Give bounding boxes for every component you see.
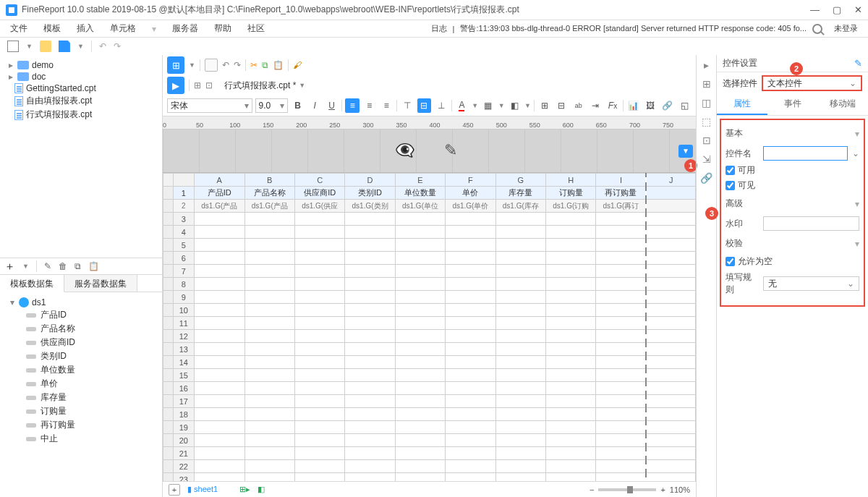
- open-file-tab[interactable]: 行式填报报表.cpt *▼: [217, 77, 312, 94]
- fill-rule-select[interactable]: 无⌄: [763, 276, 859, 291]
- font-family-select[interactable]: 宋体▾: [167, 98, 252, 113]
- abc-icon[interactable]: ab: [571, 98, 586, 113]
- merge-cells-icon[interactable]: ⊞: [537, 98, 552, 113]
- undo-button[interactable]: ↶: [222, 60, 229, 70]
- border-icon[interactable]: ▦: [481, 98, 495, 113]
- menu-help[interactable]: 帮助: [214, 22, 231, 35]
- image-icon[interactable]: 🖼: [643, 98, 658, 113]
- redo-icon[interactable]: ↷: [114, 41, 121, 51]
- paste-icon[interactable]: 📋: [273, 60, 284, 70]
- font-color-icon[interactable]: A: [455, 98, 469, 113]
- filter-tool-icon[interactable]: ⊡: [702, 135, 711, 146]
- menu-file[interactable]: 文件: [10, 22, 27, 35]
- widget-name-input[interactable]: [763, 146, 848, 161]
- dataset-column[interactable]: 产品ID: [6, 308, 156, 322]
- unmerge-cells-icon[interactable]: ⊟: [555, 98, 569, 113]
- zoom-out-button[interactable]: −: [590, 485, 594, 494]
- menu-community[interactable]: 社区: [247, 22, 265, 35]
- view-icon[interactable]: ⊡: [205, 80, 213, 90]
- dataset-column[interactable]: 库存量: [6, 391, 156, 404]
- grid-icon[interactable]: ⊞: [194, 80, 201, 90]
- align-center-icon[interactable]: ≡: [362, 98, 377, 113]
- visible-checkbox[interactable]: [726, 181, 735, 190]
- dataset-column[interactable]: 中止: [6, 432, 156, 446]
- dataset-column[interactable]: 订购量: [6, 404, 156, 418]
- menu-server[interactable]: 服务器: [172, 22, 198, 35]
- dataset-column[interactable]: 单位数量: [6, 363, 156, 377]
- condition-tool-icon[interactable]: ⬚: [702, 116, 711, 127]
- maximize-icon[interactable]: ▢: [833, 4, 841, 15]
- cut-icon[interactable]: ✂: [250, 60, 258, 70]
- open-folder-icon[interactable]: [40, 41, 51, 52]
- edit-pencil-icon[interactable]: ✎: [444, 141, 464, 161]
- dataset-column[interactable]: 供应商ID: [6, 336, 156, 349]
- tab-server-dataset[interactable]: 服务器数据集: [64, 275, 137, 292]
- section-basic[interactable]: 基本▾: [726, 123, 859, 144]
- spreadsheet-grid[interactable]: ABCDEFGHIJ1产品ID产品名称供应商ID类别ID单位数量单价库存量订购量…: [163, 173, 696, 481]
- log-label[interactable]: 日志: [431, 23, 447, 34]
- delete-icon[interactable]: 🗑: [59, 261, 67, 271]
- visibility-icon[interactable]: 👁‍🗨: [395, 141, 415, 161]
- undo-icon[interactable]: ↶: [99, 41, 106, 51]
- indent-icon[interactable]: ⇥: [589, 98, 603, 113]
- format-painter-icon[interactable]: 🖌: [293, 60, 302, 70]
- hyperlink-icon[interactable]: 🔗: [660, 98, 675, 113]
- float-icon[interactable]: ◱: [677, 98, 692, 113]
- minimize-icon[interactable]: —: [810, 4, 820, 15]
- redo-button[interactable]: ↷: [234, 60, 241, 70]
- valign-middle-icon[interactable]: ⊟: [417, 98, 432, 113]
- section-advanced[interactable]: 高级▾: [726, 193, 859, 214]
- dataset-column[interactable]: 类别ID: [6, 349, 156, 363]
- section-validation[interactable]: 校验▾: [726, 233, 859, 254]
- tree-file[interactable]: GettingStarted.cpt: [3, 82, 159, 94]
- copy-icon[interactable]: ⧉: [75, 261, 81, 271]
- add-dataset-icon[interactable]: ＋: [4, 260, 15, 273]
- zoom-in-button[interactable]: +: [660, 485, 665, 494]
- valign-top-icon[interactable]: ⊤: [400, 98, 414, 113]
- widget-type-select[interactable]: 文本控件⌄: [762, 75, 862, 91]
- tree-file[interactable]: 自由填报报表.cpt: [3, 94, 159, 108]
- dataset-node[interactable]: ▾ds1: [6, 297, 156, 308]
- valign-bottom-icon[interactable]: ⊥: [434, 98, 448, 113]
- align-right-icon[interactable]: ≡: [379, 98, 393, 113]
- close-icon[interactable]: ✕: [854, 4, 862, 15]
- collapse-arrow-icon[interactable]: ▸: [704, 59, 709, 71]
- bold-icon[interactable]: B: [291, 98, 305, 113]
- save-button[interactable]: [205, 59, 218, 72]
- expand-tool-icon[interactable]: ⇲: [702, 153, 711, 165]
- tab-template-dataset[interactable]: 模板数据集: [0, 275, 64, 292]
- dataset-column[interactable]: 再订购量: [6, 418, 156, 432]
- paste-icon[interactable]: 📋: [88, 261, 99, 271]
- tree-folder[interactable]: ▸doc: [3, 71, 159, 82]
- tree-folder[interactable]: ▸demo: [3, 59, 159, 71]
- watermark-input[interactable]: [763, 216, 859, 231]
- menu-cell[interactable]: 单元格: [110, 22, 136, 35]
- align-left-icon[interactable]: ≡: [345, 98, 359, 113]
- new-file-icon[interactable]: [7, 41, 19, 52]
- copy-icon[interactable]: ⧉: [262, 60, 268, 70]
- edit-icon[interactable]: ✎: [44, 261, 51, 271]
- widget-tool-icon[interactable]: ◫: [702, 97, 711, 109]
- add-sheet-button[interactable]: +: [169, 484, 180, 496]
- link-tool-icon[interactable]: 🔗: [700, 172, 712, 184]
- tab-mobile[interactable]: 移动端: [817, 94, 868, 115]
- save-icon[interactable]: [59, 41, 70, 52]
- dataset-column[interactable]: 产品名称: [6, 322, 156, 336]
- italic-icon[interactable]: I: [307, 98, 322, 113]
- tree-file[interactable]: 行式填报报表.cpt: [3, 108, 159, 122]
- fill-color-icon[interactable]: ◧: [508, 98, 522, 113]
- chart-icon[interactable]: 📊: [626, 98, 641, 113]
- dataset-column[interactable]: 单价: [6, 377, 156, 391]
- panel-edit-icon[interactable]: ✎: [854, 58, 862, 69]
- tab-properties[interactable]: 属性: [717, 94, 767, 115]
- underline-icon[interactable]: U: [325, 98, 339, 113]
- allow-empty-checkbox[interactable]: [726, 257, 735, 266]
- search-icon[interactable]: [812, 24, 822, 34]
- menu-template[interactable]: 模板: [43, 22, 61, 35]
- enable-checkbox[interactable]: [726, 166, 735, 175]
- preview-button[interactable]: ⊞: [167, 56, 184, 74]
- menu-insert[interactable]: 插入: [77, 22, 94, 35]
- font-size-select[interactable]: 9.0▾: [255, 98, 288, 113]
- tab-events[interactable]: 事件: [767, 94, 818, 115]
- cell-tool-icon[interactable]: ⊞: [702, 78, 711, 90]
